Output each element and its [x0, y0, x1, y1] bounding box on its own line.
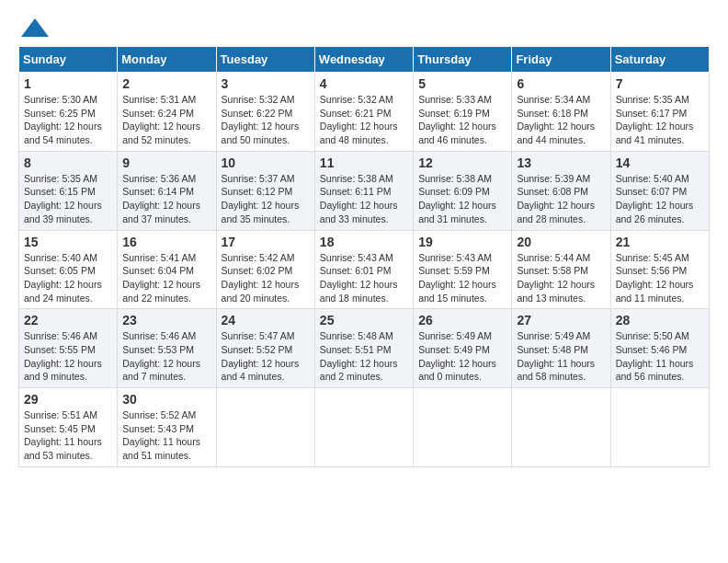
day-number: 5	[418, 76, 506, 91]
empty-cell	[610, 388, 709, 467]
day-number: 25	[320, 313, 408, 327]
day-detail: Sunrise: 5:33 AMSunset: 6:19 PMDaylight:…	[418, 93, 506, 147]
day-number: 26	[418, 313, 506, 327]
day-detail: Sunrise: 5:43 AMSunset: 5:59 PMDaylight:…	[418, 251, 506, 305]
day-number: 9	[122, 155, 210, 170]
day-detail: Sunrise: 5:49 AMSunset: 5:48 PMDaylight:…	[517, 329, 605, 384]
weekday-header-row: SundayMondayTuesdayWednesdayThursdayFrid…	[19, 47, 710, 73]
day-cell-9: 9Sunrise: 5:36 AMSunset: 6:14 PMDaylight…	[118, 151, 216, 230]
day-cell-25: 25Sunrise: 5:48 AMSunset: 5:51 PMDayligh…	[314, 309, 413, 388]
day-cell-4: 4Sunrise: 5:32 AMSunset: 6:21 PMDaylight…	[314, 73, 413, 152]
day-number: 4	[320, 76, 408, 91]
day-cell-18: 18Sunrise: 5:43 AMSunset: 6:01 PMDayligh…	[314, 230, 413, 309]
day-detail: Sunrise: 5:45 AMSunset: 5:56 PMDaylight:…	[616, 251, 704, 305]
day-cell-17: 17Sunrise: 5:42 AMSunset: 6:02 PMDayligh…	[216, 230, 314, 309]
day-detail: Sunrise: 5:38 AMSunset: 6:11 PMDaylight:…	[320, 172, 408, 226]
day-detail: Sunrise: 5:35 AMSunset: 6:15 PMDaylight:…	[24, 172, 112, 226]
day-cell-24: 24Sunrise: 5:47 AMSunset: 5:52 PMDayligh…	[216, 309, 314, 388]
day-detail: Sunrise: 5:31 AMSunset: 6:24 PMDaylight:…	[122, 93, 210, 147]
day-cell-21: 21Sunrise: 5:45 AMSunset: 5:56 PMDayligh…	[610, 230, 709, 309]
calendar-row-5: 29Sunrise: 5:51 AMSunset: 5:45 PMDayligh…	[19, 388, 710, 467]
calendar-row-2: 8Sunrise: 5:35 AMSunset: 6:15 PMDaylight…	[19, 151, 710, 230]
day-number: 29	[24, 392, 112, 407]
day-cell-6: 6Sunrise: 5:34 AMSunset: 6:18 PMDaylight…	[512, 73, 610, 152]
day-cell-13: 13Sunrise: 5:39 AMSunset: 6:08 PMDayligh…	[512, 151, 610, 230]
day-number: 27	[517, 313, 605, 327]
day-number: 3	[222, 76, 310, 91]
day-detail: Sunrise: 5:51 AMSunset: 5:45 PMDaylight:…	[24, 408, 112, 463]
day-cell-16: 16Sunrise: 5:41 AMSunset: 6:04 PMDayligh…	[118, 230, 216, 309]
day-cell-29: 29Sunrise: 5:51 AMSunset: 5:45 PMDayligh…	[19, 388, 118, 467]
day-cell-1: 1Sunrise: 5:30 AMSunset: 6:25 PMDaylight…	[19, 73, 118, 152]
day-cell-12: 12Sunrise: 5:38 AMSunset: 6:09 PMDayligh…	[414, 151, 512, 230]
day-cell-3: 3Sunrise: 5:32 AMSunset: 6:22 PMDaylight…	[216, 73, 314, 152]
day-number: 15	[24, 235, 112, 249]
day-cell-10: 10Sunrise: 5:37 AMSunset: 6:12 PMDayligh…	[216, 151, 314, 230]
day-number: 6	[517, 76, 605, 91]
day-detail: Sunrise: 5:30 AMSunset: 6:25 PMDaylight:…	[24, 93, 112, 147]
day-cell-30: 30Sunrise: 5:52 AMSunset: 5:43 PMDayligh…	[118, 388, 216, 467]
day-detail: Sunrise: 5:42 AMSunset: 6:02 PMDaylight:…	[222, 251, 310, 305]
day-number: 11	[320, 155, 408, 170]
day-number: 30	[122, 392, 210, 407]
day-number: 21	[616, 235, 704, 249]
day-cell-11: 11Sunrise: 5:38 AMSunset: 6:11 PMDayligh…	[314, 151, 413, 230]
empty-cell	[512, 388, 610, 467]
day-cell-22: 22Sunrise: 5:46 AMSunset: 5:55 PMDayligh…	[19, 309, 118, 388]
day-number: 24	[222, 313, 310, 327]
day-number: 20	[517, 235, 605, 249]
day-detail: Sunrise: 5:40 AMSunset: 6:07 PMDaylight:…	[616, 172, 704, 226]
day-detail: Sunrise: 5:48 AMSunset: 5:51 PMDaylight:…	[320, 329, 408, 384]
day-number: 13	[517, 155, 605, 170]
day-number: 28	[616, 313, 704, 327]
weekday-header-thursday: Thursday	[414, 47, 512, 73]
day-number: 10	[222, 155, 310, 170]
day-number: 8	[24, 155, 112, 170]
day-number: 1	[24, 76, 112, 91]
day-cell-5: 5Sunrise: 5:33 AMSunset: 6:19 PMDaylight…	[414, 73, 512, 152]
day-cell-26: 26Sunrise: 5:49 AMSunset: 5:49 PMDayligh…	[414, 309, 512, 388]
calendar-row-1: 1Sunrise: 5:30 AMSunset: 6:25 PMDaylight…	[19, 73, 710, 152]
day-cell-27: 27Sunrise: 5:49 AMSunset: 5:48 PMDayligh…	[512, 309, 610, 388]
day-cell-19: 19Sunrise: 5:43 AMSunset: 5:59 PMDayligh…	[414, 230, 512, 309]
weekday-header-friday: Friday	[512, 47, 610, 73]
day-detail: Sunrise: 5:52 AMSunset: 5:43 PMDaylight:…	[122, 408, 210, 463]
day-number: 18	[320, 235, 408, 249]
day-detail: Sunrise: 5:43 AMSunset: 6:01 PMDaylight:…	[320, 251, 408, 305]
day-number: 17	[222, 235, 310, 249]
day-detail: Sunrise: 5:35 AMSunset: 6:17 PMDaylight:…	[616, 93, 704, 147]
day-detail: Sunrise: 5:32 AMSunset: 6:21 PMDaylight:…	[320, 93, 408, 147]
day-cell-2: 2Sunrise: 5:31 AMSunset: 6:24 PMDaylight…	[118, 73, 216, 152]
day-cell-28: 28Sunrise: 5:50 AMSunset: 5:46 PMDayligh…	[610, 309, 709, 388]
day-cell-8: 8Sunrise: 5:35 AMSunset: 6:15 PMDaylight…	[19, 151, 118, 230]
day-number: 22	[24, 313, 112, 327]
day-detail: Sunrise: 5:37 AMSunset: 6:12 PMDaylight:…	[222, 172, 310, 226]
logo	[18, 18, 49, 37]
day-detail: Sunrise: 5:46 AMSunset: 5:53 PMDaylight:…	[122, 329, 210, 384]
weekday-header-monday: Monday	[118, 47, 216, 73]
calendar-row-3: 15Sunrise: 5:40 AMSunset: 6:05 PMDayligh…	[19, 230, 710, 309]
day-detail: Sunrise: 5:32 AMSunset: 6:22 PMDaylight:…	[222, 93, 310, 147]
weekday-header-saturday: Saturday	[610, 47, 709, 73]
day-number: 12	[418, 155, 506, 170]
day-detail: Sunrise: 5:44 AMSunset: 5:58 PMDaylight:…	[517, 251, 605, 305]
page-header	[18, 18, 710, 37]
day-detail: Sunrise: 5:41 AMSunset: 6:04 PMDaylight:…	[122, 251, 210, 305]
day-cell-7: 7Sunrise: 5:35 AMSunset: 6:17 PMDaylight…	[610, 73, 709, 152]
day-number: 7	[616, 76, 704, 91]
day-detail: Sunrise: 5:49 AMSunset: 5:49 PMDaylight:…	[418, 329, 506, 384]
day-detail: Sunrise: 5:38 AMSunset: 6:09 PMDaylight:…	[418, 172, 506, 226]
day-number: 19	[418, 235, 506, 249]
day-detail: Sunrise: 5:39 AMSunset: 6:08 PMDaylight:…	[517, 172, 605, 226]
day-detail: Sunrise: 5:36 AMSunset: 6:14 PMDaylight:…	[122, 172, 210, 226]
calendar-table: SundayMondayTuesdayWednesdayThursdayFrid…	[18, 46, 710, 467]
day-cell-14: 14Sunrise: 5:40 AMSunset: 6:07 PMDayligh…	[610, 151, 709, 230]
day-number: 23	[122, 313, 210, 327]
calendar-row-4: 22Sunrise: 5:46 AMSunset: 5:55 PMDayligh…	[19, 309, 710, 388]
logo-icon	[21, 18, 49, 37]
weekday-header-tuesday: Tuesday	[216, 47, 314, 73]
day-cell-23: 23Sunrise: 5:46 AMSunset: 5:53 PMDayligh…	[118, 309, 216, 388]
empty-cell	[414, 388, 512, 467]
svg-marker-0	[21, 18, 49, 37]
day-number: 2	[122, 76, 210, 91]
